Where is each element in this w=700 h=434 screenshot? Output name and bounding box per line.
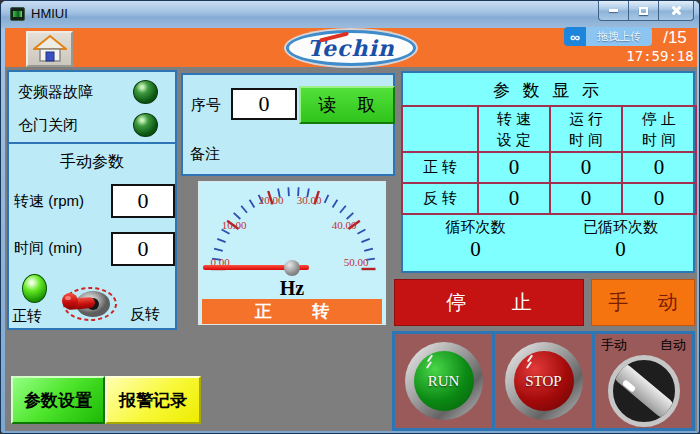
- gauge-direction-bar: 正 转: [202, 299, 382, 324]
- serial-label: 序号: [191, 96, 221, 115]
- run-button-dome: RUN: [414, 351, 474, 411]
- title-bar: HMIUI: [1, 1, 700, 28]
- mode-selector-cell: 手动 自动: [592, 334, 692, 428]
- manual-parameters-panel: 手动参数 转速 (rpm) 时间 (min): [7, 142, 177, 330]
- upload-share-icon[interactable]: ∞: [564, 27, 586, 46]
- inverter-fault-led: [133, 80, 158, 104]
- parameter-table: 转 速 设 定 运 行 时 间 停 止 时 间 正 转 0 0 0 反 转: [401, 105, 697, 215]
- alarm-record-button[interactable]: 报警记录: [105, 376, 201, 424]
- col-header-stoptime: 停 止 时 间: [622, 106, 696, 152]
- note-label: 备注: [190, 145, 220, 164]
- status-row-inverter-fault: 变频器故障: [9, 76, 175, 109]
- run-push-button[interactable]: RUN: [405, 342, 483, 420]
- col-header-line: 运 行: [551, 108, 621, 129]
- maximize-icon: [639, 7, 648, 15]
- app-icon: [10, 7, 25, 21]
- pushbutton-panel: RUN STOP 手动 自动: [392, 331, 695, 431]
- maximize-button[interactable]: [629, 1, 658, 21]
- stop-command-button[interactable]: 停 止: [394, 279, 584, 326]
- run-button-label: RUN: [428, 373, 460, 390]
- speed-label: 转速 (rpm): [14, 192, 84, 211]
- brand-logo: Techin: [286, 30, 416, 66]
- col-header-runtime: 运 行 时 间: [550, 106, 622, 152]
- manual-panel-title: 手动参数: [9, 152, 175, 173]
- page-indicator: /15: [652, 27, 698, 49]
- caption-buttons: [598, 1, 694, 21]
- window-title: HMIUI: [31, 6, 68, 21]
- row-label-forward: 正 转: [402, 152, 478, 183]
- minimize-icon: [609, 9, 618, 12]
- forward-label: 正转: [12, 307, 42, 326]
- read-button[interactable]: 读 取: [299, 86, 395, 124]
- table-row: 反 转 0 0 0: [402, 183, 696, 214]
- selector-auto-label: 自动: [660, 336, 686, 354]
- close-icon: [671, 5, 682, 16]
- col-header-line: 时 间: [551, 129, 621, 150]
- close-button[interactable]: [658, 1, 694, 21]
- stop-button-dome: STOP: [514, 351, 574, 411]
- selector-manual-label: 手动: [601, 336, 627, 354]
- home-button[interactable]: [26, 31, 73, 67]
- cycled-count-label: 已循环次数: [583, 218, 658, 237]
- inverter-fault-label: 变频器故障: [18, 83, 93, 102]
- cell-value: 0: [622, 152, 696, 183]
- cycled-count-block: 已循环次数 0: [548, 215, 693, 271]
- cell-value: 0: [550, 183, 622, 214]
- door-closed-label: 仓门关闭: [18, 116, 78, 135]
- direction-toggle-switch[interactable]: [59, 286, 117, 322]
- frequency-gauge: 0.00 10.00 20.00 30.00 40.00 50.00 Hz 正 …: [198, 181, 386, 325]
- col-header-line: 时 间: [623, 129, 695, 150]
- gauge-hub: [284, 260, 300, 276]
- gauge-tick-label: 50.00: [338, 256, 374, 268]
- home-icon: [33, 34, 67, 64]
- reverse-label: 反转: [130, 305, 160, 324]
- hmi-window: HMIUI Techin ∞ 拖拽上传 /15 17:59:18 变频器故障 仓…: [0, 0, 700, 434]
- col-header-line: 设 定: [479, 129, 549, 150]
- door-closed-led: [133, 113, 158, 137]
- cycled-count-value: 0: [615, 237, 626, 262]
- gauge-tick-label: 40.00: [326, 219, 362, 231]
- status-panel: 变频器故障 仓门关闭: [7, 70, 177, 144]
- cycle-count-value: 0: [470, 237, 481, 262]
- col-header-line: 停 止: [623, 108, 695, 129]
- dome-highlight: [425, 361, 431, 369]
- parameter-display-title: 参 数 显 示: [403, 79, 693, 102]
- table-row: 正 转 0 0 0: [402, 152, 696, 183]
- cell-value: 0: [622, 183, 696, 214]
- gauge-tick-label: 20.00: [253, 194, 289, 206]
- minimize-button[interactable]: [598, 1, 629, 21]
- row-label-reverse: 反 转: [402, 183, 478, 214]
- stop-button-label: STOP: [525, 373, 561, 390]
- status-row-door-closed: 仓门关闭: [9, 109, 175, 142]
- mode-manual-button[interactable]: 手 动: [591, 279, 695, 326]
- clock: 17:59:18: [623, 48, 697, 66]
- cycle-count-block: 循环次数 0: [403, 215, 548, 271]
- knob-handle: [609, 360, 677, 422]
- run-cell: RUN: [395, 334, 492, 428]
- gauge-unit-label: Hz: [199, 277, 385, 300]
- stop-push-button[interactable]: STOP: [505, 342, 583, 420]
- dome-highlight: [525, 361, 531, 369]
- time-label: 时间 (min): [14, 239, 82, 258]
- cycle-counters: 循环次数 0 已循环次数 0: [403, 215, 693, 271]
- speed-input[interactable]: [111, 184, 175, 218]
- cell-value: 0: [550, 152, 622, 183]
- cycle-count-label: 循环次数: [446, 218, 506, 237]
- cell-value: 0: [478, 152, 550, 183]
- table-corner-cell: [402, 106, 478, 152]
- upload-badge[interactable]: 拖拽上传: [586, 27, 652, 46]
- col-header-speed: 转 速 设 定: [478, 106, 550, 152]
- time-input[interactable]: [111, 232, 175, 266]
- gauge-tick-label: 10.00: [216, 219, 252, 231]
- stop-cell: STOP: [492, 334, 592, 428]
- record-panel: 序号 读 取 备注: [181, 73, 395, 176]
- forward-direction-led: [22, 274, 47, 303]
- selector-labels: 手动 自动: [595, 334, 692, 354]
- serial-input[interactable]: [231, 88, 297, 120]
- col-header-line: 转 速: [479, 108, 549, 129]
- mode-selector-knob[interactable]: [608, 355, 680, 427]
- gauge-tick-label: 30.00: [291, 194, 327, 206]
- parameter-settings-button[interactable]: 参数设置: [11, 376, 105, 424]
- cell-value: 0: [478, 183, 550, 214]
- parameter-display-panel: 参 数 显 示 转 速 设 定 运 行 时 间 停 止 时 间 正 转: [401, 71, 695, 273]
